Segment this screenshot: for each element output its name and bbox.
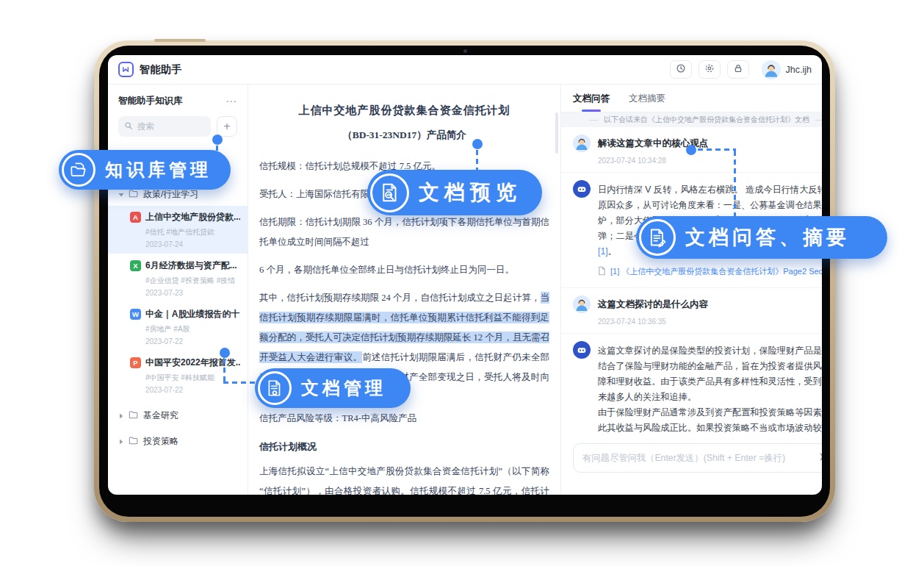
answer-tail: 。 (608, 246, 617, 257)
folder-icon (129, 436, 139, 447)
app-title: 智能助手 (140, 63, 182, 76)
folder-fund-research[interactable]: 基金研究 (108, 405, 248, 426)
document-pen-icon (639, 219, 676, 256)
callout-label: 文档管理 (301, 376, 386, 400)
lock-button[interactable] (727, 60, 749, 79)
tablet-camera (463, 49, 467, 53)
callout-connector-qa-horizontal (698, 148, 736, 151)
folder-icon (129, 410, 139, 421)
divider (815, 120, 822, 121)
divider (589, 120, 598, 121)
user-message: 这篇文档探讨的是什么内容 2023-07-24 10:36:35 (561, 287, 822, 333)
user-avatar (573, 135, 591, 152)
caret-down-icon (118, 190, 124, 200)
callout-connector-preview (476, 150, 478, 172)
doc-item-title: 中国平安2022年报首发... (145, 357, 240, 369)
assistant-answer-text: 这篇文章探讨的是保险类型的投资计划，保险理财产品是一种结合了保险与理财功能的金融… (598, 341, 822, 437)
doc-item-tags: #企业信贷 #投资策略 #疫情 (145, 276, 240, 286)
session-source-text: 以下会话来自《上信中交地产股份贷款集合资金信托计划》文档 (604, 115, 809, 125)
search-input[interactable]: 搜索 (118, 116, 211, 137)
answer-body: 这篇文章探讨的是保险类型的投资计划，保险理财产品是一种结合了保险与理财功能的金融… (598, 345, 822, 437)
lock-icon (733, 63, 743, 76)
callout-document-management: 文档管理 (255, 368, 411, 408)
folder-invest-strategy[interactable]: 投资策略 (108, 431, 248, 452)
citation-link[interactable]: [1] 《上信中交地产股份贷款集合资金信托计划》Page2 Section1 (610, 266, 822, 277)
folder-document-icon (62, 153, 95, 187)
doc-paragraph: 信托产品风险等级：TR4-中高风险产品 (259, 409, 549, 429)
document-subtitle: （BD-31-23ND17）产品简介 (259, 129, 549, 142)
caret-right-icon (118, 411, 124, 421)
tablet-volume-button (154, 39, 206, 42)
callout-connector-qa-vertical (734, 151, 736, 217)
message-timestamp: 2023-07-24 10:34:28 (598, 157, 822, 165)
document-title: 上信中交地产股份贷款集合资金信托计划 (259, 104, 549, 118)
citation-doc-icon (598, 265, 606, 279)
doc-list-item-pingan-report[interactable]: P 中国平安2022年报首发... #中国平安 #科技赋能 2023-07-22 (108, 351, 248, 399)
callout-label: 知识库管理 (105, 158, 212, 182)
doc-item-date: 2023-07-22 (145, 337, 240, 345)
doc-paragraph: 上海信托拟设立“上信中交地产股份贷款集合资金信托计划”（以下简称“信托计划”），… (259, 462, 549, 495)
ppt-file-icon: P (130, 357, 141, 368)
assistant-message: 这篇文章探讨的是保险类型的投资计划，保险理财产品是一种结合了保险与理财功能的金融… (561, 333, 822, 437)
callout-dot-mgmt (220, 348, 230, 358)
user-avatar (762, 60, 781, 79)
callout-document-qa-summary: 文档问答、摘要 (636, 216, 887, 259)
doc-paragraph: 信托期限：信托计划期限 36 个月，信托计划项下各期信托单位与首期信托单位成立时… (259, 212, 549, 252)
callout-dot-kb (212, 135, 223, 145)
callout-label: 文档问答、摘要 (685, 224, 850, 251)
doc-text: 其中，信托计划预期存续期限 24 个月，自信托计划成立之日起计算， (259, 293, 541, 303)
app-window: 智能助手 (108, 55, 822, 495)
add-document-button[interactable]: + (217, 116, 237, 137)
tab-doc-qa[interactable]: 文档问答 (573, 93, 610, 105)
doc-item-tags: #房地产 #A股 (145, 324, 240, 334)
folder-name: 政策/行业学习 (143, 188, 198, 201)
doc-list-item-economy-data[interactable]: X 6月经济数据与资产配... #企业信贷 #投资策略 #疫情 2023-07-… (108, 254, 248, 302)
callout-dot-preview (472, 139, 483, 149)
caret-right-icon (118, 437, 124, 447)
top-bar: 智能助手 (108, 55, 822, 85)
brand-logo-icon (118, 62, 134, 77)
main-area: 智能助手知识库 ⋯ 搜索 + (108, 85, 822, 495)
doc-item-date: 2023-07-23 (145, 289, 240, 297)
user-question-text: 这篇文档探讨的是什么内容 (598, 295, 708, 311)
folder-name: 投资策略 (143, 435, 178, 448)
document-magnifier-icon (370, 173, 409, 212)
qa-tabs: 文档问答 文档摘要 (561, 85, 822, 112)
user-menu[interactable]: Jhc.ijh (762, 60, 812, 79)
chat-input[interactable] (582, 453, 812, 463)
assistant-avatar-robot-icon (573, 180, 591, 198)
doc-list-item-trust-plan[interactable]: A 上信中交地产股份贷款... #信托 #地产信托贷款 2023-07-24 (108, 206, 248, 254)
callout-knowledge-base-management: 知识库管理 (59, 150, 231, 190)
document-gear-icon (258, 371, 292, 405)
document-scrollbar[interactable] (555, 112, 558, 154)
folder-name: 基金研究 (143, 409, 178, 422)
page-background: 智能助手 (0, 0, 924, 566)
knowledge-base-sidebar: 智能助手知识库 ⋯ 搜索 + (108, 85, 248, 495)
callout-label: 文档预览 (419, 179, 521, 207)
sidebar-more-button[interactable]: ⋯ (225, 98, 237, 105)
word-file-icon: W (130, 309, 141, 320)
tab-doc-summary[interactable]: 文档摘要 (629, 93, 665, 105)
message-timestamp: 2023-07-24 10:36:35 (598, 318, 822, 326)
inline-citation-link[interactable]: [1] (598, 246, 608, 257)
doc-item-title: 6月经济数据与资产配... (145, 259, 237, 272)
username: Jhc.ijh (786, 65, 812, 75)
document-preview-pane: 上信中交地产股份贷款集合资金信托计划 （BD-31-23ND17）产品简介 信托… (248, 85, 561, 495)
doc-item-title: 上信中交地产股份贷款... (145, 211, 240, 223)
send-icon[interactable] (818, 451, 822, 465)
chat-input-container (573, 443, 822, 473)
excel-file-icon: X (130, 260, 141, 271)
search-placeholder: 搜索 (137, 121, 154, 132)
doc-item-date: 2023-07-22 (145, 386, 240, 394)
history-button[interactable] (670, 60, 692, 79)
search-icon (124, 120, 133, 133)
assistant-avatar-robot-icon (573, 341, 591, 359)
chat-message-list[interactable]: 解读这篇文章中的核心观点 2023-07-24 10:34:28 日内行情深 V… (561, 127, 822, 437)
settings-button[interactable] (699, 60, 721, 79)
doc-item-tags: #信托 #地产信托贷款 (145, 227, 240, 237)
doc-list-item-cicc-report[interactable]: W 中金｜A股业绩报告的十... #房地产 #A股 2023-07-22 (108, 303, 248, 351)
callout-connector-mgmt-vertical (223, 359, 225, 384)
callout-document-preview: 文档预览 (367, 170, 542, 215)
user-avatar (573, 295, 591, 313)
pdf-file-icon: A (130, 212, 141, 223)
